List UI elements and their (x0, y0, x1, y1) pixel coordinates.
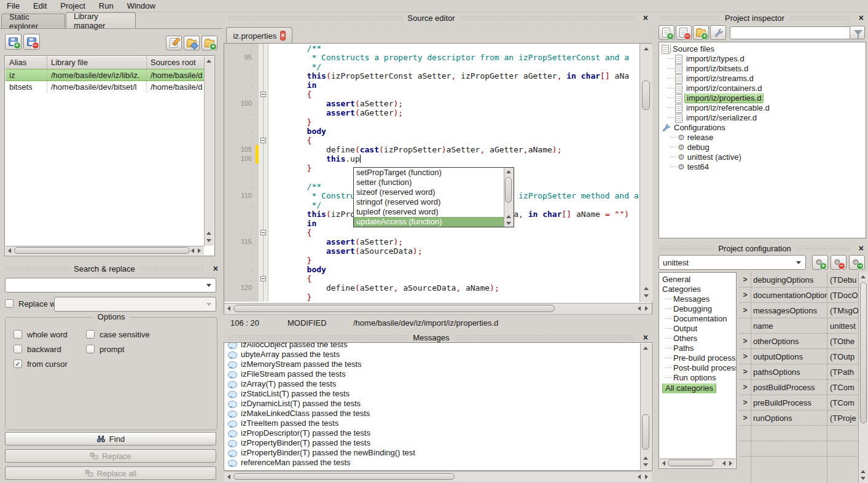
message-item[interactable]: izStaticList(T) passed the tests (224, 389, 641, 399)
message-item[interactable]: izPropertyBinder(T) passed the newBindin… (224, 448, 641, 458)
col-library-file[interactable]: Library file (47, 57, 147, 69)
add-folder-button[interactable]: + (201, 36, 217, 50)
edit-library-button[interactable] (166, 36, 182, 50)
menu-item-window[interactable]: Window (120, 1, 162, 10)
close-icon[interactable]: × (213, 264, 218, 273)
tree-item-configuration[interactable]: ⚙unittest (active) (662, 152, 866, 162)
completion-item[interactable]: sizeof (reserved word) (354, 187, 504, 197)
project-settings-button[interactable] (710, 25, 726, 40)
menu-item-run[interactable]: Run (92, 1, 120, 10)
completion-scrollbar[interactable] (504, 168, 514, 227)
col-alias[interactable]: Alias (6, 57, 47, 69)
tree-item-file[interactable]: import/iz/types.d (662, 54, 866, 64)
replace-button[interactable]: Replace (5, 449, 216, 463)
close-icon[interactable]: × (643, 14, 648, 22)
config-category-item[interactable]: Post-build process (662, 363, 736, 373)
tree-item-file[interactable]: import/iz/bitsets.d (662, 64, 866, 74)
row-expander-icon[interactable]: > (740, 367, 751, 376)
fold-collapse-icon[interactable] (260, 138, 266, 143)
tree-item-configuration[interactable]: ⚙release (662, 133, 866, 143)
message-item[interactable]: izAllocObject passed the tests (224, 342, 641, 350)
fold-collapse-icon[interactable] (260, 92, 266, 97)
tree-item-file[interactable]: import/iz/referencable.d (662, 103, 866, 113)
replace-input[interactable] (54, 297, 216, 312)
add-library-button[interactable]: + (5, 34, 22, 50)
config-category-item[interactable]: Run options (662, 373, 736, 383)
row-expander-icon[interactable]: > (740, 275, 751, 284)
table-row[interactable]: iz/home/basile/dev/iz/lib/iz./home/basil… (6, 69, 205, 81)
tree-item-source-files[interactable]: Source files (662, 44, 866, 54)
configuration-select[interactable]: unittest (659, 255, 806, 270)
property-row[interactable]: >runOptions(TProje (740, 410, 859, 426)
tree-item-configuration[interactable]: ⚙debug (662, 143, 866, 152)
tree-item-file[interactable]: import/iz/serializer.d (662, 113, 866, 123)
checkbox-prompt[interactable] (86, 345, 95, 353)
menu-item-edit[interactable]: Edit (26, 1, 53, 10)
property-row[interactable]: >postBuildProcess(TCom (740, 380, 859, 395)
inspector-filter-input[interactable] (730, 26, 851, 39)
property-row[interactable]: nameunittest (740, 318, 859, 334)
table-vscrollbar[interactable] (204, 57, 214, 246)
editor-vscrollbar[interactable] (639, 44, 652, 302)
remove-library-button[interactable]: − (23, 34, 40, 50)
config-category-item[interactable]: Others (662, 334, 736, 344)
open-library-folder-button[interactable] (184, 36, 200, 50)
checkbox-case-sensitive[interactable] (86, 330, 95, 339)
row-expander-icon[interactable]: > (740, 398, 751, 407)
message-item[interactable]: izDynamicList(T) passed the tests (224, 399, 641, 409)
message-item[interactable]: izTreeItem passed the tests (224, 418, 641, 428)
remove-configuration-button[interactable]: ⚙− (831, 255, 846, 270)
completion-item[interactable]: setter (function) (354, 178, 504, 187)
filter-button[interactable] (850, 26, 865, 39)
checkbox-from-cursor[interactable]: ✓ (14, 359, 22, 368)
tree-item-configurations[interactable]: Configurations (662, 123, 866, 133)
config-category-item[interactable]: Pre-build process (662, 353, 736, 363)
config-category-item[interactable]: Documentation (662, 314, 736, 324)
close-icon[interactable]: × (859, 244, 864, 253)
property-row[interactable]: >pathsOptions(TPath (740, 364, 859, 380)
add-source-folder-button[interactable]: + (693, 25, 709, 40)
message-item[interactable]: ubyteArray passed the tests (224, 350, 641, 359)
messages-vscrollbar[interactable] (640, 344, 651, 469)
replace-all-button[interactable]: Replace all (5, 466, 216, 480)
message-item[interactable]: izMemoryStream passed the tests (224, 359, 641, 369)
property-row[interactable]: >preBuildProcess(TCom (740, 395, 859, 410)
fold-collapse-icon[interactable] (260, 230, 266, 235)
row-expander-icon[interactable]: > (740, 383, 751, 391)
add-configuration-button[interactable]: ⚙+ (812, 255, 828, 270)
tab-close-icon[interactable]: × (280, 31, 285, 41)
tab-static-explorer[interactable]: Static explorer (1, 14, 65, 29)
tree-item-file[interactable]: import/iz/streams.d (662, 74, 866, 84)
search-input[interactable] (5, 278, 216, 293)
tree-item-file[interactable]: import/iz/properties.d (662, 93, 866, 103)
config-category-root[interactable]: General (662, 275, 736, 285)
remove-source-button[interactable]: − (676, 25, 692, 40)
categories-hscrollbar[interactable] (660, 458, 735, 468)
table-hscrollbar[interactable] (6, 246, 204, 255)
config-category-item[interactable]: Output (662, 324, 736, 334)
property-row[interactable]: >outputOptions(TOutp (740, 349, 859, 364)
messages-hscrollbar[interactable] (224, 471, 652, 482)
completion-item[interactable]: setPropTarget (function) (354, 168, 504, 178)
table-row[interactable]: bitsets/home/basile/dev/bitset/l/home/ba… (6, 81, 205, 93)
property-row[interactable]: >messagesOptions(TMsgO (740, 303, 859, 318)
property-row[interactable]: >debugingOptions(TDebu (740, 272, 859, 288)
message-item[interactable]: izMakeLinkedClass passed the tests (224, 409, 641, 418)
config-category-item[interactable]: Paths (662, 344, 736, 353)
find-button[interactable]: Find (5, 432, 216, 446)
close-icon[interactable]: × (643, 333, 648, 342)
add-source-button[interactable]: + (659, 25, 674, 40)
tree-item-configuration[interactable]: ⚙test64 (662, 162, 866, 172)
menu-item-file[interactable]: File (0, 1, 26, 10)
tab-library-manager[interactable]: Library manager (66, 12, 136, 29)
message-item[interactable]: izPropDescriptor(T) passed the tests (224, 428, 641, 438)
tab-iz-properties[interactable]: iz.properties × (226, 27, 292, 44)
close-icon[interactable]: × (859, 14, 864, 22)
config-category-item[interactable]: Debugging (662, 304, 736, 314)
completion-item[interactable]: tupleof (reserved word) (354, 207, 504, 217)
checkbox-whole-word[interactable] (14, 330, 22, 339)
menu-item-project[interactable]: Project (53, 1, 92, 10)
message-item[interactable]: izPropertyBinder(T) passed the tests (224, 438, 641, 448)
all-categories-item[interactable]: All categories (662, 383, 736, 393)
replace-with-checkbox[interactable] (5, 299, 14, 308)
